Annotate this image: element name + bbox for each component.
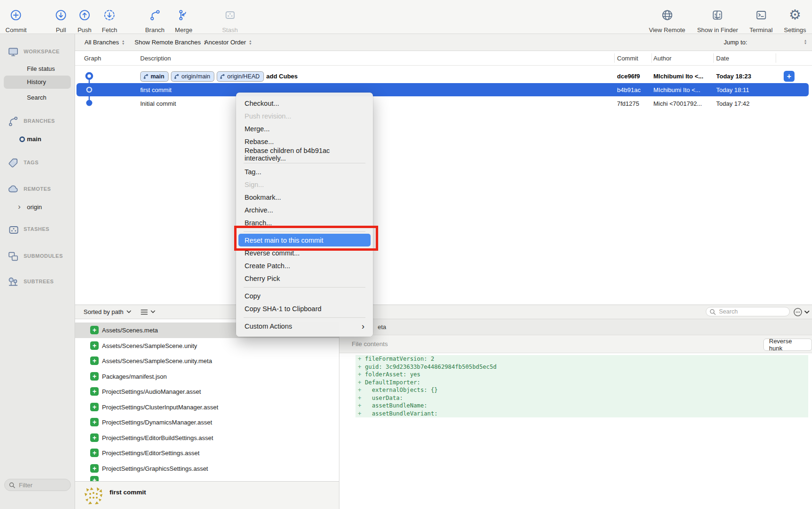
commit-row[interactable]: mainorigin/mainorigin/HEADadd Cubesdce96… [75, 69, 812, 83]
commit-button[interactable]: Commit [6, 7, 27, 34]
commit-date-cell: Today 17:42 [716, 97, 750, 110]
diff-line-text: guid: 3c9d23633b7e44862984fb505bd5ec5d [365, 364, 497, 370]
menu-item-bookmark[interactable]: Bookmark... [236, 191, 373, 204]
sidebar-item-label: Search [27, 94, 46, 101]
menu-item-cherry-pick[interactable]: Cherry Pick [236, 272, 373, 285]
column-header-commit[interactable]: Commit [617, 55, 638, 62]
file-row[interactable]: +ProjectSettings/DynamicsManager.asset [75, 415, 339, 430]
commit-author-cell: MIchibumi Ito <... [653, 83, 713, 97]
menu-item-tag[interactable]: Tag... [236, 165, 373, 178]
menu-item-custom-actions[interactable]: Custom Actions› [236, 320, 373, 332]
column-header-graph[interactable]: Graph [84, 55, 101, 62]
added-file-icon: + [90, 418, 99, 426]
settings-button[interactable]: ⚙Settings [784, 7, 806, 34]
sidebar-filter-input[interactable] [18, 481, 67, 489]
sort-control[interactable]: Sorted by path [84, 305, 155, 319]
commit-date-cell: Today 18:23 [716, 69, 751, 83]
all-branches-dropdown[interactable]: All Branches▴▾ [85, 34, 124, 51]
list-view-icon[interactable] [141, 309, 148, 315]
arrow-up-circle-icon [78, 7, 91, 23]
sidebar-item-search[interactable]: Search [4, 91, 71, 104]
added-file-icon: + [90, 372, 99, 381]
menu-item-copy[interactable]: Copy [236, 289, 373, 302]
branch-badge-origin-main[interactable]: origin/main [171, 71, 214, 82]
diff-search-field[interactable] [706, 307, 790, 316]
sidebar-item-main[interactable]: main [4, 133, 71, 146]
sidebar-section-label: STASHES [24, 226, 50, 232]
add-button[interactable]: + [784, 71, 795, 82]
diff-line-text: folderAsset: yes [365, 371, 420, 378]
diff-file-name-fragment: eta [378, 323, 386, 331]
merge-button[interactable]: Merge [175, 7, 193, 34]
commit-context-menu: Checkout...Push revision...Merge...Rebas… [236, 93, 373, 337]
file-row[interactable]: +ProjectSettings/EditorBuildSettings.ass… [75, 430, 339, 446]
chevron-right-icon[interactable]: › [18, 202, 21, 212]
file-row[interactable]: +Assets/Scenes/SampleScene.unity [75, 338, 339, 354]
diff-plus-sign: + [355, 356, 365, 362]
show-remote-branches-dropdown[interactable]: Show Remote Branches▴▾ [135, 34, 206, 51]
menu-item-rebase-children-of-b4b91ac-interactively[interactable]: Rebase children of b4b91ac interactively… [236, 148, 373, 161]
menu-item-archive[interactable]: Archive... [236, 204, 373, 216]
column-header-author[interactable]: Author [653, 55, 671, 62]
branch-filter-bar: Jump to: ▴▾ All Branches▴▾Show Remote Br… [75, 34, 812, 51]
diff-plus-sign: + [355, 364, 365, 370]
added-file-icon: + [90, 433, 99, 442]
menu-item-checkout[interactable]: Checkout... [236, 97, 373, 110]
added-file-icon: + [90, 449, 99, 457]
branch-badge-origin-head[interactable]: origin/HEAD [217, 71, 264, 82]
terminal-button[interactable]: Terminal [749, 7, 772, 34]
menu-item-merge[interactable]: Merge... [236, 122, 373, 135]
column-header-date[interactable]: Date [716, 55, 729, 62]
branch-icon [143, 74, 149, 79]
diff-file-header[interactable]: eta [339, 319, 812, 335]
commit-row[interactable]: Initial commit7fd1275Michi <7001792...To… [75, 97, 812, 110]
diff-plus-sign: + [355, 410, 365, 417]
more-options-icon[interactable] [793, 307, 810, 317]
push-button[interactable]: Push [77, 7, 92, 34]
file-row[interactable]: +ProjectSettings/ClusterInputManager.ass… [75, 399, 339, 415]
view-remote-button[interactable]: View Remote [649, 7, 685, 34]
chevron-down-icon [151, 310, 155, 314]
stash-button: Stash [222, 7, 237, 34]
sidebar-item-history[interactable]: History [4, 76, 71, 89]
sidebar-section-label: SUBMODULES [24, 253, 63, 259]
fetch-button[interactable]: Fetch [102, 7, 118, 34]
menu-separator [244, 287, 365, 288]
file-row[interactable]: +ProjectSettings/GraphicsSettings.asset [75, 461, 339, 476]
file-row[interactable]: +Packages/manifest.json [75, 369, 339, 384]
added-file-icon: + [90, 341, 99, 350]
pull-button[interactable]: Pull [54, 7, 68, 34]
menu-item-branch[interactable]: Branch... [236, 216, 373, 229]
file-row[interactable]: +ProjectSettings/AudioManager.asset [75, 384, 339, 399]
jump-to-stepper-icon[interactable]: ▴▾ [804, 39, 806, 45]
column-header-description[interactable]: Description [140, 55, 171, 62]
diff-search-input[interactable] [718, 308, 786, 315]
menu-item-copy-sha-1-to-clipboard[interactable]: Copy SHA-1 to Clipboard [236, 302, 373, 315]
file-row[interactable]: +Assets/Scenes/SampleScene.unity.meta [75, 353, 339, 369]
sidebar-filter-field[interactable] [4, 479, 71, 491]
finder-icon [711, 7, 724, 23]
branch-badge-main[interactable]: main [140, 71, 169, 82]
sidebar-item-label: History [27, 78, 46, 85]
commit-description-cell: first commit [140, 83, 171, 97]
menu-item-sign: Sign... [236, 178, 373, 191]
menu-item-reverse-commit[interactable]: Reverse commit... [236, 246, 373, 259]
file-contents-label: File contents [352, 340, 388, 348]
commit-info-bar: first commit [75, 481, 339, 509]
menu-item-rebase[interactable]: Rebase... [236, 135, 373, 148]
commit-hash-cell: 7fd1275 [617, 97, 639, 110]
ancestor-order-dropdown[interactable]: Ancestor Order▴▾ [204, 34, 251, 51]
dropdown-label: All Branches [85, 39, 119, 46]
commit-row[interactable]: first commitb4b91acMIchibumi Ito <...Tod… [75, 83, 812, 97]
sidebar-item-file-status[interactable]: File status [4, 62, 71, 76]
commit-table-header: GraphDescriptionCommitAuthorDate [75, 51, 812, 66]
file-row[interactable]: +ProjectSettings/EditorSettings.asset [75, 445, 339, 461]
reverse-hunk-button[interactable]: Reverse hunk [763, 339, 812, 351]
menu-item-reset-main-to-this-commit[interactable]: Reset main to this commit [238, 234, 371, 246]
diff-line-text: assetBundleName: [365, 402, 427, 409]
menu-item-create-patch[interactable]: Create Patch... [236, 259, 373, 272]
commit-date-cell: Today 18:11 [716, 83, 749, 97]
show-in-finder-button[interactable]: Show in Finder [697, 7, 738, 34]
branch-button[interactable]: Branch [145, 7, 164, 34]
sidebar-item-origin[interactable]: ›origin [4, 201, 71, 214]
